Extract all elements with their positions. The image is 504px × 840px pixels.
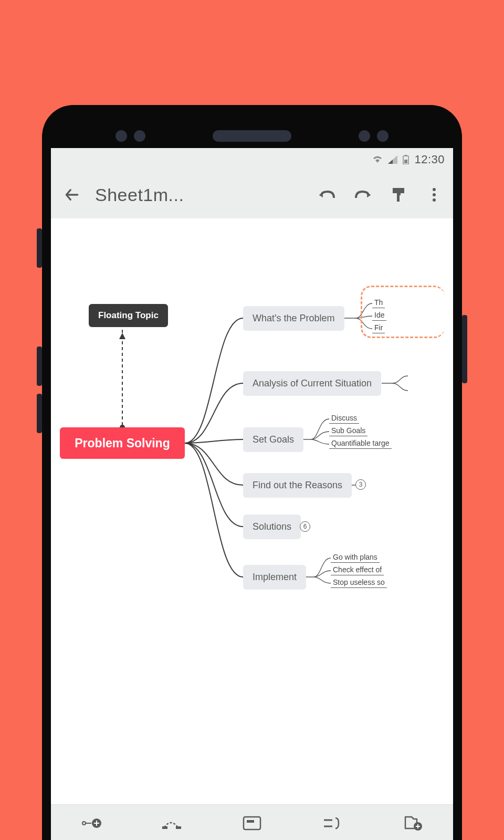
add-subtopic-button[interactable] xyxy=(76,810,107,836)
sub-topic[interactable]: Stop useless so xyxy=(331,577,387,588)
back-button[interactable] xyxy=(59,182,85,207)
sub-topic-label: Sub Goals xyxy=(331,426,365,435)
topic-label: Set Goals xyxy=(253,434,294,445)
boundary-button[interactable] xyxy=(236,810,268,836)
sensor-dot xyxy=(377,130,388,142)
sensor-dot xyxy=(134,130,145,142)
status-bar: 12:30 xyxy=(51,148,453,171)
sensor-dot xyxy=(116,130,127,142)
topic-label: Solutions xyxy=(253,521,291,532)
svg-rect-2 xyxy=(404,160,407,163)
sub-topic-label: Ide xyxy=(374,311,384,319)
topic-label: What's the Problem xyxy=(253,313,335,323)
topic-node[interactable]: Set Goals xyxy=(243,427,303,452)
topic-node[interactable]: Implement xyxy=(243,565,306,590)
phone-power-button xyxy=(462,315,467,383)
phone-speaker xyxy=(213,130,291,142)
sub-topic-label: Go with plans xyxy=(333,553,377,561)
svg-rect-20 xyxy=(244,817,260,830)
sub-topic[interactable]: Quantifiable targe xyxy=(329,438,392,449)
svg-rect-1 xyxy=(405,155,407,156)
phone-screen: 12:30 Sheet1m... xyxy=(51,148,453,840)
svg-rect-3 xyxy=(393,188,404,193)
sub-topic-label: Check effect of xyxy=(333,565,382,574)
collapsed-count-badge[interactable]: 3 xyxy=(355,479,366,490)
sub-topic[interactable]: Th xyxy=(372,297,385,308)
floating-topic[interactable]: Floating Topic xyxy=(89,304,168,327)
sensor-dot xyxy=(359,130,370,142)
topic-node[interactable]: Find out the Reasons xyxy=(243,473,352,498)
floating-topic-label: Floating Topic xyxy=(98,310,159,320)
sub-topic[interactable]: Go with plans xyxy=(331,552,380,563)
sub-topic-label: Fir xyxy=(374,323,383,332)
svg-rect-21 xyxy=(247,820,254,823)
app-bar: Sheet1m... xyxy=(51,171,453,218)
undo-button[interactable] xyxy=(317,184,338,205)
topic-node[interactable]: What's the Problem xyxy=(243,306,344,331)
svg-point-6 xyxy=(433,188,436,191)
summary-button[interactable] xyxy=(317,810,348,836)
svg-rect-5 xyxy=(397,195,400,202)
bottom-toolbar xyxy=(51,804,453,840)
toolbar-actions xyxy=(317,184,445,205)
relationship-button[interactable] xyxy=(156,810,187,836)
phone-frame: 12:30 Sheet1m... xyxy=(42,105,462,840)
more-button[interactable] xyxy=(424,184,445,205)
phone-top-bezel xyxy=(42,105,462,148)
mindmap-canvas[interactable]: Problem Solving Floating Topic What's th… xyxy=(51,218,453,804)
format-button[interactable] xyxy=(388,184,409,205)
phone-volume-up-button xyxy=(37,346,42,386)
battery-icon xyxy=(403,155,409,164)
wifi-icon xyxy=(372,155,383,164)
redo-button[interactable] xyxy=(352,184,373,205)
svg-rect-4 xyxy=(397,193,401,195)
sub-topic[interactable]: Sub Goals xyxy=(329,425,368,436)
status-time: 12:30 xyxy=(414,153,445,166)
svg-rect-18 xyxy=(162,826,167,829)
phone-side-button xyxy=(37,228,42,268)
svg-point-13 xyxy=(82,822,86,825)
topic-node[interactable]: Analysis of Current Situation xyxy=(243,371,381,396)
badge-value: 6 xyxy=(303,523,307,530)
svg-rect-19 xyxy=(176,826,181,829)
add-sheet-button[interactable] xyxy=(397,810,428,836)
collapsed-count-badge[interactable]: 6 xyxy=(300,521,310,532)
sub-topic-label: Discuss xyxy=(331,414,357,422)
sub-topic[interactable]: Ide xyxy=(372,310,386,321)
sub-topic-label: Quantifiable targe xyxy=(331,439,390,447)
badge-value: 3 xyxy=(359,481,363,488)
phone-volume-down-button xyxy=(37,394,42,433)
sub-topic[interactable]: Discuss xyxy=(329,413,359,424)
topic-label: Find out the Reasons xyxy=(253,480,342,490)
sub-topic[interactable]: Fir xyxy=(372,322,385,333)
central-topic-label: Problem Solving xyxy=(75,436,170,450)
sub-topic[interactable]: Check effect of xyxy=(331,564,384,575)
topic-node[interactable]: Solutions xyxy=(243,514,301,539)
sub-topic-label: Th xyxy=(374,298,383,307)
central-topic[interactable]: Problem Solving xyxy=(60,427,185,459)
document-title[interactable]: Sheet1m... xyxy=(85,185,317,205)
svg-point-7 xyxy=(433,193,436,196)
topic-label: Implement xyxy=(253,572,297,582)
svg-point-8 xyxy=(433,198,436,202)
topic-label: Analysis of Current Situation xyxy=(253,378,372,388)
signal-icon xyxy=(388,155,397,164)
sub-topic-label: Stop useless so xyxy=(333,578,385,586)
